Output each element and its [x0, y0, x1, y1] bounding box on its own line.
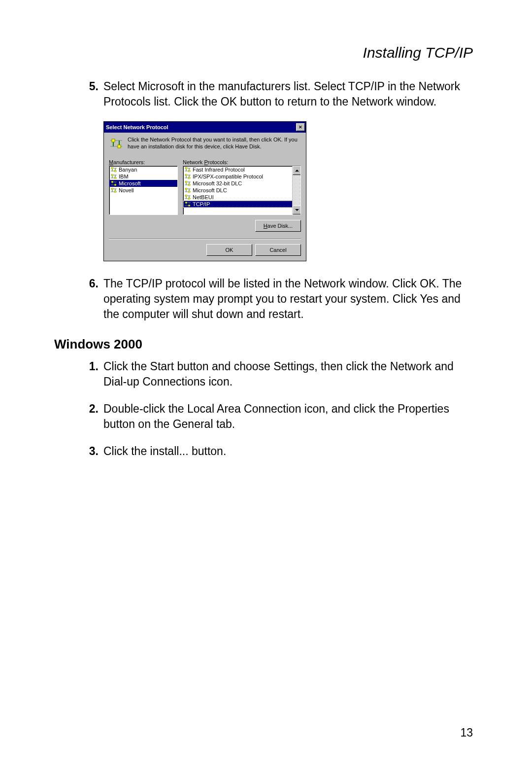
list-item[interactable]: NetBEUI: [183, 194, 300, 201]
list-item[interactable]: TCP/IP: [183, 201, 300, 208]
protocols-label: Network Protocols:: [183, 159, 301, 165]
svg-rect-53: [189, 191, 190, 192]
manufacturers-label: Manufacturers:: [109, 159, 178, 165]
page-title: Installing TCP/IP: [54, 44, 478, 61]
svg-rect-28: [112, 188, 113, 189]
section-heading-win2000: Windows 2000: [54, 337, 478, 352]
step-number: 3.: [54, 444, 103, 459]
have-disk-button[interactable]: Have Disk...: [255, 220, 301, 232]
svg-rect-46: [186, 181, 187, 182]
svg-rect-16: [112, 174, 113, 176]
cancel-button[interactable]: Cancel: [255, 244, 301, 256]
svg-rect-59: [189, 198, 190, 199]
win2000-step-3: 3. Click the install... button.: [54, 444, 478, 459]
list-item[interactable]: Fast Infrared Protocol: [183, 166, 300, 173]
step-number: 5.: [54, 79, 103, 109]
svg-rect-29: [115, 191, 116, 192]
scroll-up-button[interactable]: [293, 166, 301, 175]
svg-rect-52: [186, 188, 187, 189]
win2000-step-1: 1. Click the Start button and choose Set…: [54, 359, 478, 389]
close-icon: ✕: [299, 125, 302, 130]
svg-rect-5: [118, 145, 121, 148]
arrow-up-icon: [295, 170, 299, 172]
list-item[interactable]: Microsoft DLC: [183, 187, 300, 194]
svg-rect-34: [186, 167, 187, 169]
close-button[interactable]: ✕: [296, 123, 305, 131]
svg-rect-47: [189, 184, 190, 185]
step-number: 2.: [54, 401, 103, 432]
dialog-screenshot: Select Network Protocol ✕: [103, 121, 478, 261]
manufacturers-listbox[interactable]: BanyanIBMMicrosoftNovell: [109, 166, 178, 215]
step-text: Select Microsoft in the manufacturers li…: [103, 79, 478, 109]
step-6: 6. The TCP/IP protocol will be listed in…: [54, 276, 478, 322]
dialog-titlebar: Select Network Protocol ✕: [104, 122, 306, 133]
arrow-down-icon: [295, 209, 299, 211]
svg-rect-22: [112, 181, 113, 182]
svg-rect-40: [186, 174, 187, 176]
select-network-protocol-dialog: Select Network Protocol ✕: [103, 121, 306, 261]
step-text: Click the install... button.: [103, 444, 478, 459]
svg-rect-11: [115, 170, 116, 172]
svg-rect-64: [186, 202, 187, 203]
scroll-down-button[interactable]: [293, 206, 301, 214]
page-number: 13: [460, 726, 473, 739]
svg-rect-65: [189, 205, 190, 206]
step-text: Double-click the Local Area Connection i…: [103, 401, 478, 432]
svg-rect-58: [186, 195, 187, 196]
step-text: Click the Start button and choose Settin…: [103, 359, 478, 389]
dialog-title: Select Network Protocol: [106, 124, 168, 130]
list-item[interactable]: Novell: [109, 187, 177, 194]
step-5: 5. Select Microsoft in the manufacturers…: [54, 79, 478, 109]
list-item[interactable]: IBM: [109, 173, 177, 180]
svg-rect-4: [112, 139, 115, 142]
win2000-step-2: 2. Double-click the Local Area Connectio…: [54, 401, 478, 432]
list-item[interactable]: Banyan: [109, 166, 177, 173]
svg-rect-17: [115, 177, 116, 178]
step-number: 1.: [54, 359, 103, 389]
svg-rect-41: [189, 177, 190, 178]
step-number: 6.: [54, 276, 103, 322]
svg-rect-35: [189, 170, 190, 172]
ok-button[interactable]: OK: [206, 244, 252, 256]
step-text: The TCP/IP protocol will be listed in th…: [103, 276, 478, 322]
svg-rect-23: [115, 184, 116, 185]
dialog-instruction: Click the Network Protocol that you want…: [128, 137, 301, 150]
protocols-listbox[interactable]: Fast Infrared ProtocolIPX/SPX-compatible…: [183, 166, 301, 215]
list-item[interactable]: Microsoft 32-bit DLC: [183, 180, 300, 187]
list-item[interactable]: Microsoft: [109, 180, 177, 187]
list-item[interactable]: IPX/SPX-compatible Protocol: [183, 173, 300, 180]
svg-rect-10: [112, 167, 113, 169]
network-protocol-icon: [109, 137, 124, 150]
scrollbar[interactable]: [292, 166, 300, 214]
